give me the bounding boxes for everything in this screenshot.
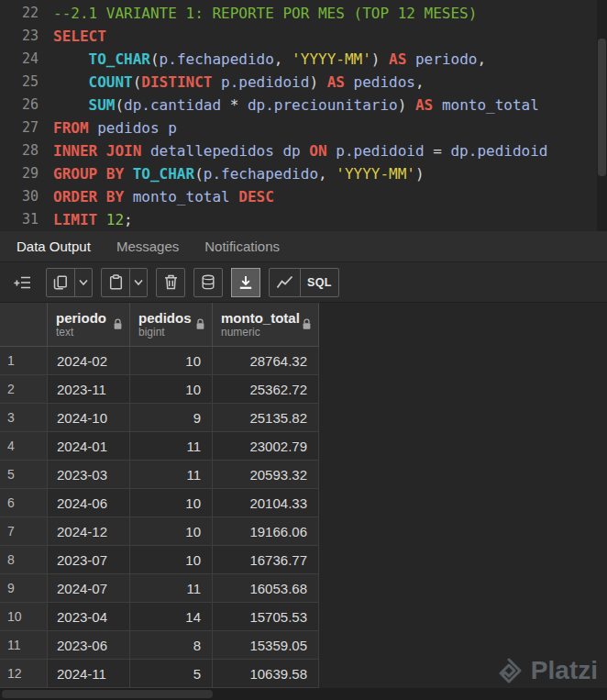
- save-results-to-file-button[interactable]: [232, 269, 259, 296]
- graph-visualiser-button[interactable]: [270, 269, 300, 296]
- cell-pedidos[interactable]: 8: [130, 631, 213, 659]
- cell-monto_total[interactable]: 10639.58: [213, 660, 319, 687]
- toolbar-group: [193, 268, 223, 297]
- paste-button[interactable]: [102, 269, 129, 296]
- copy-options-button[interactable]: [74, 269, 92, 296]
- cell-periodo[interactable]: 2023-03: [48, 461, 130, 488]
- toolbar-group: [7, 269, 38, 296]
- editor-scrollbar-thumb[interactable]: [598, 39, 606, 176]
- cell-pedidos[interactable]: 10: [130, 517, 213, 545]
- cell-monto_total[interactable]: 25135.82: [213, 404, 319, 431]
- column-name: periodo: [56, 310, 113, 326]
- code-line[interactable]: INNER JOIN detallepedidos dp ON p.pedido…: [53, 139, 607, 162]
- row-number[interactable]: 9: [0, 574, 48, 602]
- cell-pedidos[interactable]: 14: [130, 603, 213, 630]
- code-line[interactable]: ORDER BY monto_total DESC: [53, 185, 607, 208]
- results-grid: periodotextpedidosbigintmonto_totalnumer…: [0, 303, 607, 688]
- cell-periodo[interactable]: 2024-01: [48, 432, 130, 460]
- tab-notifications[interactable]: Notifications: [192, 231, 292, 261]
- cell-monto_total[interactable]: 19166.06: [213, 517, 319, 545]
- delete-row-button[interactable]: [157, 269, 184, 296]
- cell-pedidos[interactable]: 9: [130, 404, 213, 431]
- row-number[interactable]: 10: [0, 603, 48, 630]
- cell-periodo[interactable]: 2024-12: [48, 517, 130, 545]
- code-line[interactable]: GROUP BY TO_CHAR(p.fechapedido, 'YYYY-MM…: [53, 162, 607, 185]
- code-line[interactable]: SELECT: [53, 25, 607, 48]
- line-number: 26: [0, 94, 53, 117]
- line-number: 30: [0, 185, 53, 208]
- table-row: 62024-061020104.33: [0, 489, 319, 517]
- row-number[interactable]: 12: [0, 660, 48, 687]
- editor-scrollbar[interactable]: [597, 0, 607, 231]
- cell-monto_total[interactable]: 20104.33: [213, 489, 319, 517]
- column-header-monto_total[interactable]: monto_totalnumeric: [213, 303, 319, 346]
- cell-pedidos[interactable]: 11: [130, 461, 213, 488]
- cell-monto_total[interactable]: 15359.05: [213, 631, 319, 659]
- cell-monto_total[interactable]: 25362.72: [213, 375, 319, 403]
- cell-periodo[interactable]: 2023-11: [48, 375, 130, 403]
- column-type: text: [56, 326, 113, 339]
- row-number[interactable]: 11: [0, 631, 48, 659]
- cell-periodo[interactable]: 2023-04: [48, 603, 130, 630]
- tab-data-output[interactable]: Data Output: [4, 231, 104, 261]
- row-number[interactable]: 3: [0, 404, 48, 431]
- table-row: 112023-06815359.05: [0, 631, 319, 660]
- cell-periodo[interactable]: 2023-07: [48, 546, 130, 573]
- row-number[interactable]: 1: [0, 347, 48, 374]
- code-line[interactable]: COUNT(DISTINCT p.pedidoid) AS pedidos,: [53, 71, 607, 94]
- add-row-button[interactable]: [7, 269, 38, 296]
- code-line[interactable]: SUM(dp.cantidad * dp.preciounitario) AS …: [53, 94, 607, 117]
- cell-periodo[interactable]: 2023-06: [48, 631, 130, 659]
- caret-down-icon: [134, 280, 143, 285]
- code-line[interactable]: --2.1 VARIANTE 1: REPORTE POR MES (TOP 1…: [53, 2, 607, 25]
- paste-icon: [109, 274, 123, 290]
- row-number[interactable]: 5: [0, 461, 48, 488]
- cell-monto_total[interactable]: 23002.79: [213, 432, 319, 460]
- query-tool-window: 22--2.1 VARIANTE 1: REPORTE POR MES (TOP…: [0, 0, 607, 700]
- tab-messages[interactable]: Messages: [104, 231, 192, 261]
- table-row: 12024-021028764.32: [0, 347, 319, 375]
- cell-periodo[interactable]: 2024-06: [48, 489, 130, 517]
- cell-monto_total[interactable]: 16736.77: [213, 546, 319, 573]
- caret-down-icon: [79, 280, 88, 285]
- cell-periodo[interactable]: 2024-07: [48, 574, 130, 602]
- row-number[interactable]: 2: [0, 375, 48, 403]
- grid-corner[interactable]: [0, 303, 48, 346]
- cell-pedidos[interactable]: 5: [130, 660, 213, 687]
- cell-pedidos[interactable]: 11: [130, 574, 213, 602]
- horizontal-scrollbar-thumb[interactable]: [2, 690, 213, 698]
- data-output-toolbar: SQL: [0, 262, 607, 303]
- cell-pedidos[interactable]: 10: [130, 375, 213, 403]
- cell-pedidos[interactable]: 10: [130, 347, 213, 374]
- cell-pedidos[interactable]: 10: [130, 489, 213, 517]
- cell-periodo[interactable]: 2024-02: [48, 347, 130, 374]
- row-number[interactable]: 8: [0, 546, 48, 573]
- row-number[interactable]: 6: [0, 489, 48, 517]
- row-number[interactable]: 4: [0, 432, 48, 460]
- cell-periodo[interactable]: 2024-10: [48, 404, 130, 431]
- horizontal-scrollbar[interactable]: [0, 688, 607, 700]
- cell-periodo[interactable]: 2024-11: [48, 660, 130, 687]
- grid-body: 12024-021028764.3222023-111025362.723202…: [0, 347, 607, 688]
- sql-filter-button[interactable]: SQL: [300, 269, 338, 296]
- code-line[interactable]: LIMIT 12;: [53, 208, 607, 231]
- line-number: 22: [0, 2, 53, 25]
- copy-icon: [53, 275, 68, 290]
- paste-options-button[interactable]: [129, 269, 147, 296]
- column-header-pedidos[interactable]: pedidosbigint: [130, 303, 213, 346]
- cell-monto_total[interactable]: 20593.32: [213, 461, 319, 488]
- cell-pedidos[interactable]: 10: [130, 546, 213, 573]
- sql-editor[interactable]: 22--2.1 VARIANTE 1: REPORTE POR MES (TOP…: [0, 0, 607, 231]
- cell-monto_total[interactable]: 28764.32: [213, 347, 319, 374]
- code-line[interactable]: TO_CHAR(p.fechapedido, 'YYYY-MM') AS per…: [53, 48, 607, 71]
- code-line[interactable]: FROM pedidos p: [53, 117, 607, 139]
- cell-monto_total[interactable]: 15705.53: [213, 603, 319, 630]
- copy-button[interactable]: [47, 269, 74, 296]
- cell-monto_total[interactable]: 16053.68: [213, 574, 319, 602]
- save-data-changes-button[interactable]: [194, 269, 222, 296]
- row-number[interactable]: 7: [0, 517, 48, 545]
- editor-line: 29GROUP BY TO_CHAR(p.fechapedido, 'YYYY-…: [0, 162, 607, 185]
- line-number: 28: [0, 139, 53, 162]
- column-header-periodo[interactable]: periodotext: [48, 303, 130, 346]
- cell-pedidos[interactable]: 11: [130, 432, 213, 460]
